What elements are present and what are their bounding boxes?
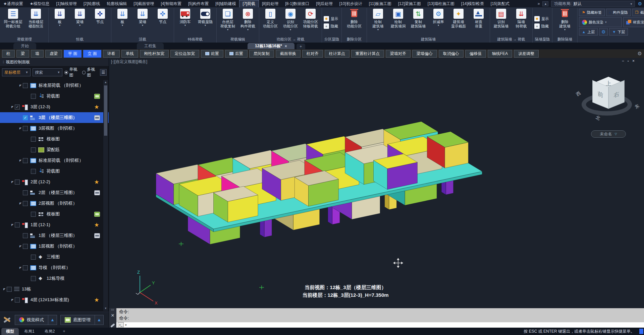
menu-hamburger-icon[interactable]: ☰: [100, 69, 107, 76]
view-cube[interactable]: 西 北 东 上 前 右 未命名▽: [578, 74, 639, 146]
3d-viewport[interactable]: [-][自定义视图][概念] − ▫ × ZYX 当前视图：12栋_3层（楼层三…: [109, 58, 644, 308]
arrow-up-icon[interactable]: ▲: [95, 315, 104, 325]
tree-row[interactable]: 1层 （楼层三维图）: [0, 230, 109, 241]
star-icon[interactable]: ★: [93, 104, 100, 111]
menu-item[interactable]: [8-1]数据接口: [282, 0, 313, 7]
close-tab-icon[interactable]: ×: [285, 44, 287, 49]
close-command-icon[interactable]: ✕: [111, 313, 115, 318]
command-input[interactable]: >_ ▾: [116, 322, 644, 328]
visibility-checkbox[interactable]: [23, 126, 28, 131]
ribbon-button[interactable]: ◉识别 功能分区▾: [280, 8, 301, 31]
toolbar-button[interactable]: 定位边加宽: [170, 50, 199, 58]
toolbar-button[interactable]: 柱: [2, 50, 15, 58]
toolbar-button[interactable]: 截面替换: [276, 50, 301, 58]
document-tab[interactable]: 12栋13栋16栋*×: [248, 43, 294, 49]
tree-row[interactable]: 荷载图: [0, 91, 109, 102]
toolbar-button[interactable]: 单线: [121, 50, 138, 58]
wrench-icon[interactable]: [110, 323, 115, 328]
visibility-checkbox[interactable]: [23, 190, 28, 195]
menu-item[interactable]: [15]装配式: [487, 0, 513, 7]
ribbon-button[interactable]: ☰同一标准层 荷载分组: [2, 8, 24, 28]
scroll-up-icon[interactable]: ▲: [103, 80, 108, 85]
tree-row[interactable]: ◤3层视图 （剖切框）: [0, 123, 109, 134]
base-map-button[interactable]: 底图管理 ▲: [60, 315, 104, 325]
tree-row[interactable]: ◤1层 (12-1)★: [0, 219, 109, 230]
tree-row[interactable]: ◤标准层荷载 （剖切框）: [0, 155, 109, 166]
toolbar-button[interactable]: 轴线FEA: [488, 50, 512, 58]
expander-icon[interactable]: ◤: [19, 202, 22, 205]
arrow-up-icon[interactable]: ▲: [48, 315, 57, 325]
ribbon-button[interactable]: 材质 容重: [469, 8, 489, 28]
scroll-thumb[interactable]: [104, 85, 107, 136]
visibility-checkbox[interactable]: [15, 222, 20, 227]
visual-style-button[interactable]: 视觉样式 ▲: [15, 315, 57, 325]
star-icon[interactable]: ★: [93, 221, 100, 228]
toolbar-button[interactable]: 平 面: [64, 50, 82, 58]
ribbon-button[interactable]: ✦建筑墙 显示截面: [448, 8, 469, 28]
visibility-checkbox[interactable]: [7, 287, 12, 292]
ribbon-button[interactable]: ●隐藏: [534, 23, 549, 29]
visibility-checkbox[interactable]: [23, 233, 28, 238]
menu-item[interactable]: [2]轮廓线: [80, 0, 103, 7]
scroll-down-icon[interactable]: ▼: [103, 306, 108, 311]
ribbon-button[interactable]: ✸显示: [534, 16, 549, 21]
color-render-button[interactable]: 颜色渲染 ▾: [579, 17, 622, 27]
toolbar-button[interactable]: 重置柱计算点: [351, 50, 384, 58]
menu-item[interactable]: [3]截面管理: [130, 0, 157, 7]
toolbar-button[interactable]: 详看: [103, 50, 120, 58]
ribbon-button[interactable]: ❏自然层 荷载复制▾: [218, 8, 238, 31]
drawing-thumbnail-icon[interactable]: [94, 212, 100, 217]
ribbon-button[interactable]: ⇊隔墙 转荷载: [511, 8, 531, 28]
tree-row[interactable]: 荷载图: [0, 166, 109, 177]
layout-tab[interactable]: 布局2: [40, 328, 60, 335]
toolbar-button[interactable]: 偏移值: [465, 50, 486, 58]
layer-settings-button[interactable]: ⚙: [599, 28, 608, 36]
tree-row[interactable]: ◤导模 （剖切框）: [0, 262, 109, 273]
search-dropdown[interactable]: 搜索▼: [33, 68, 62, 76]
tree-row[interactable]: 12栋导模: [0, 273, 109, 284]
toolbar-button[interactable]: 梁墙对齐: [386, 50, 411, 58]
ribbon-button[interactable]: ✜节点: [90, 8, 110, 24]
visibility-checkbox[interactable]: ✓: [15, 105, 20, 110]
close-icon[interactable]: ×: [632, 59, 635, 63]
menu-item[interactable]: [9]后处理: [313, 0, 336, 7]
ribbon-button[interactable]: ⇊当前楼层 楼面恒活: [24, 8, 47, 28]
tree-row[interactable]: ◤✓3层 (12-3)★: [0, 102, 109, 112]
ribbon-button[interactable]: 荷载显隐▾: [195, 8, 215, 26]
tree-scrollbar[interactable]: ▲ ▼: [103, 80, 108, 311]
tree-row[interactable]: ◤2层 (12-2)★: [0, 177, 109, 187]
ribbon-button[interactable]: ●隐藏: [324, 23, 338, 29]
toolbar-button[interactable]: 柱对齐: [302, 50, 323, 58]
ribbon-button[interactable]: ⚙折减率▾: [428, 8, 448, 26]
tree-row[interactable]: ◤1层视图 （剖切框）: [0, 241, 109, 252]
tree-row[interactable]: 梁配筋: [0, 144, 109, 155]
ucs-dropdown[interactable]: 未命名▽: [591, 130, 626, 138]
menu-item[interactable]: [13]墙柱施工图: [424, 0, 458, 7]
grip-dots-icon[interactable]: ⁞⁞⁞: [111, 309, 114, 311]
menu-item[interactable]: [10]初步设计: [336, 0, 366, 7]
expander-icon[interactable]: ◤: [11, 181, 14, 184]
view-style-label[interactable]: [-][自定义视图][概念]: [111, 59, 147, 65]
tree-row[interactable]: 模板图: [0, 134, 109, 144]
tree-row[interactable]: ✓3层 （楼层三维图）: [0, 112, 109, 123]
menu-item[interactable]: 轮廓线编辑: [103, 0, 130, 7]
menu-item[interactable]: [4]智能布置: [158, 0, 185, 7]
expander-icon[interactable]: ◤: [19, 127, 22, 130]
visibility-checkbox[interactable]: [31, 255, 36, 260]
document-tab[interactable]: 开始: [13, 43, 36, 49]
expander-icon[interactable]: ◤: [11, 223, 14, 226]
tree-row[interactable]: 模板图: [0, 209, 109, 219]
tools-icon[interactable]: [3, 316, 11, 324]
ribbon-button[interactable]: ⇅复制 建筑隔墙: [408, 8, 428, 28]
visibility-checkbox[interactable]: [23, 158, 28, 163]
multi-view-radio[interactable]: 多视图: [82, 67, 98, 78]
toolbar-button[interactable]: 误差调整: [514, 50, 539, 58]
new-tab-icon[interactable]: +: [297, 44, 305, 49]
visibility-checkbox[interactable]: [31, 169, 36, 174]
toolbar-button[interactable]: 墙: [31, 50, 44, 58]
upper-layer-button[interactable]: ▲ 上层: [579, 28, 598, 36]
menu-item[interactable]: [5]构件布置: [185, 0, 212, 7]
layout-selector[interactable]: 功能布局: 默认 ▾: [551, 1, 635, 7]
ribbon-button[interactable]: ▣绘制 建筑墙洞: [388, 8, 408, 28]
visibility-checkbox[interactable]: [23, 244, 28, 249]
